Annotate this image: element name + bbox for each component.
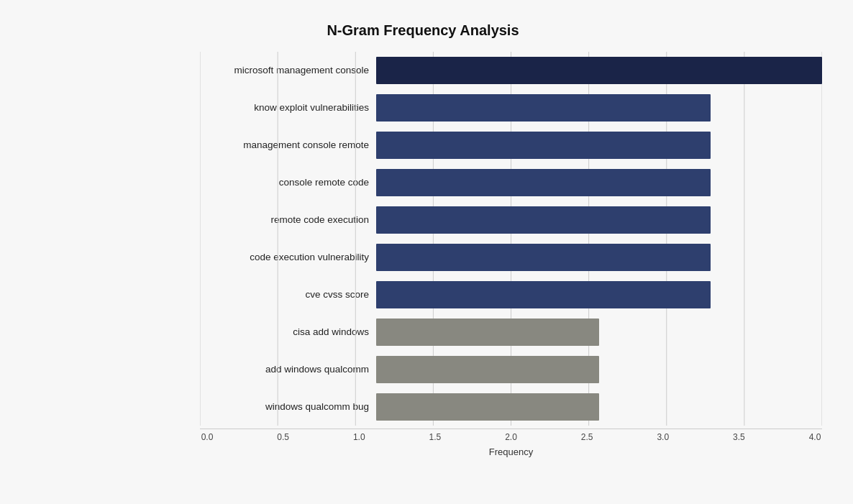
bar-fill bbox=[376, 393, 599, 421]
bar-row: microsoft management console bbox=[200, 52, 822, 89]
bar-row: console remote code bbox=[200, 164, 822, 201]
bar-row: code execution vulnerability bbox=[200, 239, 822, 276]
bar-label: cve cvss score bbox=[200, 289, 376, 300]
bar-label: microsoft management console bbox=[200, 65, 376, 75]
bar-label: know exploit vulnerabilities bbox=[200, 102, 376, 113]
bar-fill bbox=[376, 57, 822, 84]
chart-title: N-Gram Frequency Analysis bbox=[24, 22, 822, 39]
bar-label: console remote code bbox=[200, 177, 376, 188]
bar-fill bbox=[376, 206, 711, 234]
bar-fill bbox=[376, 94, 711, 122]
bar-track bbox=[376, 319, 822, 346]
bar-track bbox=[376, 169, 822, 196]
bar-label: code execution vulnerability bbox=[200, 252, 376, 262]
x-tick-label: 2.5 bbox=[580, 432, 594, 442]
bar-track bbox=[376, 94, 822, 122]
x-tick-label: 3.0 bbox=[656, 432, 670, 442]
bar-label: windows qualcomm bug bbox=[200, 401, 376, 412]
bar-fill bbox=[376, 319, 599, 346]
bar-fill bbox=[376, 281, 711, 308]
bar-row: management console remote bbox=[200, 127, 822, 164]
bar-fill bbox=[376, 244, 711, 271]
bar-label: add windows qualcomm bbox=[200, 364, 376, 375]
x-axis-label: Frequency bbox=[200, 446, 822, 457]
bar-track bbox=[376, 132, 822, 159]
chart-container: N-Gram Frequency Analysis microsoft mana… bbox=[17, 8, 836, 497]
x-tick-label: 2.0 bbox=[504, 432, 519, 442]
x-axis: 0.00.51.01.52.02.53.03.54.0 Frequency bbox=[200, 429, 822, 457]
bar-row: windows qualcomm bug bbox=[200, 388, 822, 426]
x-tick-label: 0.5 bbox=[276, 432, 291, 442]
bars-area: microsoft management consoleknow exploit… bbox=[200, 52, 822, 426]
bar-track bbox=[376, 281, 822, 308]
x-tick-label: 1.0 bbox=[352, 432, 366, 442]
x-tick-label: 4.0 bbox=[808, 432, 822, 442]
bar-fill bbox=[376, 132, 711, 159]
bar-label: remote code execution bbox=[200, 214, 376, 225]
bar-track bbox=[376, 393, 822, 421]
bar-label: cisa add windows bbox=[200, 326, 376, 337]
bar-row: cisa add windows bbox=[200, 313, 822, 351]
bar-track bbox=[376, 244, 822, 271]
x-tick-label: 1.5 bbox=[428, 432, 442, 442]
bar-row: remote code execution bbox=[200, 201, 822, 239]
x-tick-label: 3.5 bbox=[731, 432, 746, 442]
x-axis-ticks: 0.00.51.01.52.02.53.03.54.0 bbox=[200, 429, 822, 442]
bar-track bbox=[376, 356, 822, 383]
bar-row: add windows qualcomm bbox=[200, 351, 822, 388]
bar-track bbox=[376, 57, 822, 84]
bar-label: management console remote bbox=[200, 139, 376, 150]
x-tick-label: 0.0 bbox=[200, 432, 214, 442]
bar-fill bbox=[376, 169, 711, 196]
bar-track bbox=[376, 206, 822, 234]
bar-row: cve cvss score bbox=[200, 276, 822, 313]
bar-fill bbox=[376, 356, 599, 383]
bar-row: know exploit vulnerabilities bbox=[200, 89, 822, 127]
